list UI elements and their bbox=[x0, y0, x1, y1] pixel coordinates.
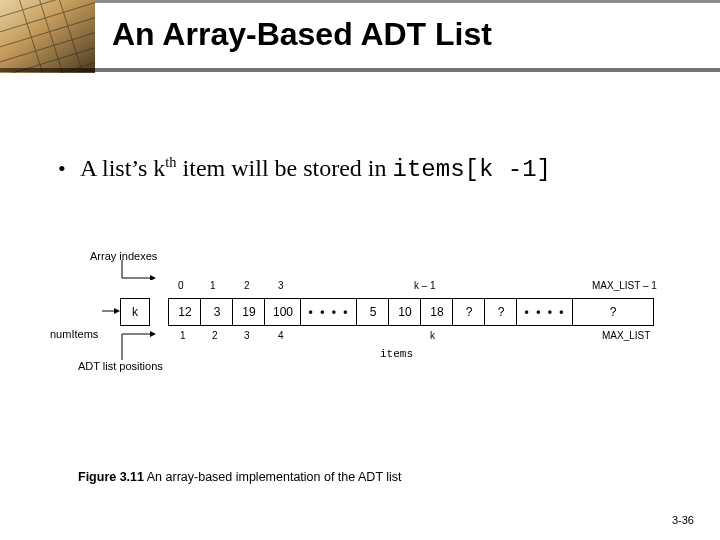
arrow-adt-positions bbox=[120, 330, 160, 364]
arrow-numitems bbox=[102, 304, 120, 318]
label-numitems: numItems bbox=[50, 328, 98, 340]
cell-value: 19 bbox=[242, 305, 255, 319]
position-label: MAX_LIST bbox=[602, 330, 650, 341]
cell-value: 100 bbox=[273, 305, 293, 319]
bullet-text-mid: item will be stored in bbox=[177, 155, 393, 181]
position-label: 1 bbox=[180, 330, 186, 341]
array-cell: 10 bbox=[388, 298, 422, 326]
cell-value: 18 bbox=[430, 305, 443, 319]
index-label: 1 bbox=[210, 280, 216, 291]
slide: { "title": "An Array-Based ADT List", "b… bbox=[0, 0, 720, 540]
top-rule bbox=[0, 0, 720, 3]
array-cell: ? bbox=[572, 298, 654, 326]
index-label: 3 bbox=[278, 280, 284, 291]
header-rule bbox=[0, 68, 720, 72]
bullet-sup: th bbox=[165, 154, 176, 170]
position-label: 2 bbox=[212, 330, 218, 341]
cell-value: ? bbox=[610, 305, 617, 319]
bullet-code: items[k -1] bbox=[393, 156, 551, 183]
bullet-dot: • bbox=[58, 154, 66, 184]
position-label: 4 bbox=[278, 330, 284, 341]
slide-title: An Array-Based ADT List bbox=[112, 16, 492, 53]
arrow-array-indexes bbox=[120, 258, 160, 280]
bullet-text-pre: A list’s k bbox=[80, 155, 165, 181]
index-label: MAX_LIST – 1 bbox=[592, 280, 657, 291]
array-cell: 18 bbox=[420, 298, 454, 326]
corner-decorative-image bbox=[0, 0, 95, 73]
caption-bold: Figure 3.11 bbox=[78, 470, 144, 484]
svg-marker-18 bbox=[150, 331, 156, 337]
cell-value: 12 bbox=[178, 305, 191, 319]
array-cell: ? bbox=[452, 298, 486, 326]
cell-value: 5 bbox=[370, 305, 377, 319]
cell-value: • • • • bbox=[525, 305, 566, 319]
cell-value: 3 bbox=[214, 305, 221, 319]
position-label: 3 bbox=[244, 330, 250, 341]
array-cell: 12 bbox=[168, 298, 202, 326]
body-bullet: • A list’s kth item will be stored in it… bbox=[80, 152, 650, 186]
svg-marker-13 bbox=[150, 275, 156, 280]
index-label: 0 bbox=[178, 280, 184, 291]
page-number: 3-36 bbox=[672, 514, 694, 526]
array-cell: 3 bbox=[200, 298, 234, 326]
array-cell: 19 bbox=[232, 298, 266, 326]
caption-rest: An array-based implementation of the ADT… bbox=[144, 470, 402, 484]
array-cell-ellipsis: • • • • bbox=[300, 298, 358, 326]
index-label: 2 bbox=[244, 280, 250, 291]
array-name-label: items bbox=[380, 348, 413, 360]
cell-value: • • • • bbox=[309, 305, 350, 319]
figure-caption: Figure 3.11 An array-based implementatio… bbox=[78, 470, 402, 484]
array-cell-ellipsis: • • • • bbox=[516, 298, 574, 326]
numitems-box: k bbox=[120, 298, 150, 326]
array-cell: 5 bbox=[356, 298, 390, 326]
cell-value: ? bbox=[498, 305, 505, 319]
cell-value: ? bbox=[466, 305, 473, 319]
position-label: k bbox=[430, 330, 435, 341]
index-label: k – 1 bbox=[414, 280, 436, 291]
array-cell: ? bbox=[484, 298, 518, 326]
numitems-value: k bbox=[132, 305, 138, 319]
array-cell: 100 bbox=[264, 298, 302, 326]
cell-value: 10 bbox=[398, 305, 411, 319]
